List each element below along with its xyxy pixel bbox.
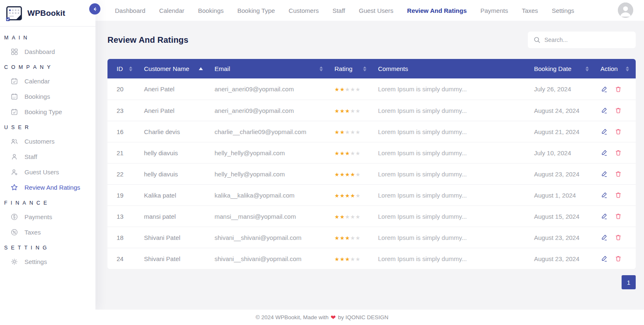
sidebar-section-setting: S E T T I N G bbox=[0, 240, 95, 254]
delete-button[interactable] bbox=[615, 128, 622, 135]
sidebar-item-customers[interactable]: Customers bbox=[0, 134, 95, 149]
page-title: Review And Ratings bbox=[107, 35, 188, 45]
footer-text-prefix: © 2024 WPBookit, Made with bbox=[256, 314, 329, 320]
edit-pen-icon bbox=[600, 170, 608, 178]
star-rating: ★★★★★ bbox=[334, 129, 361, 135]
column-label: Booking Date bbox=[534, 65, 571, 72]
cell-actions bbox=[595, 86, 636, 93]
edit-pen-icon bbox=[600, 213, 608, 220]
cell-actions bbox=[595, 191, 636, 199]
cell-customer-name: helly diavuis bbox=[139, 171, 210, 178]
delete-button[interactable] bbox=[615, 213, 622, 220]
sidebar-item-payments[interactable]: Payments bbox=[0, 209, 95, 225]
calendar-dots-icon bbox=[10, 93, 18, 100]
sidebar-header: WPBookit bbox=[0, 0, 95, 27]
edit-button[interactable] bbox=[600, 170, 608, 178]
topnav-item-settings[interactable]: Settings bbox=[552, 7, 574, 14]
delete-button[interactable] bbox=[615, 170, 622, 178]
sidebar-item-review-and-ratings[interactable]: Review And Ratings bbox=[0, 180, 95, 195]
cell-email: mansi__mansi@yopmail.com bbox=[210, 213, 329, 220]
table-row: 16Charlie devischarlie__charlie09@yopmai… bbox=[107, 121, 636, 142]
cell-rating: ★★★★★ bbox=[329, 149, 373, 156]
sidebar-item-staff[interactable]: Staff bbox=[0, 149, 95, 164]
cell-id: 16 bbox=[107, 128, 139, 135]
dollar-icon bbox=[10, 213, 18, 221]
footer-text-suffix: by IQONIC DESIGN bbox=[338, 314, 388, 320]
cell-customer-name: Shivani Patel bbox=[139, 255, 210, 262]
sidebar-item-booking-type[interactable]: Booking Type bbox=[0, 104, 95, 120]
delete-button[interactable] bbox=[615, 234, 622, 241]
topnav-item-taxes[interactable]: Taxes bbox=[522, 7, 538, 14]
topnav-item-dashboard[interactable]: Dashboard bbox=[115, 7, 145, 14]
sidebar-collapse-button[interactable] bbox=[89, 3, 100, 15]
search-icon bbox=[533, 36, 541, 44]
sidebar: WPBookit M A I NDashboardC O M P A N YCa… bbox=[0, 0, 95, 310]
cell-id: 24 bbox=[107, 255, 139, 262]
trash-icon bbox=[615, 128, 622, 135]
cell-booking-date: July 10, 2024 bbox=[529, 149, 595, 156]
cell-actions bbox=[595, 107, 636, 114]
sidebar-item-bookings[interactable]: Bookings bbox=[0, 89, 95, 104]
user-avatar[interactable] bbox=[618, 2, 633, 18]
column-header-rating[interactable]: Rating bbox=[329, 65, 373, 72]
column-header-action[interactable]: Action bbox=[595, 65, 636, 72]
cell-comments: Lorem Ipsum is simply dummy... bbox=[373, 171, 529, 178]
column-header-booking-date[interactable]: Booking Date bbox=[529, 65, 595, 72]
topnav-item-guest-users[interactable]: Guest Users bbox=[359, 7, 393, 14]
trash-icon bbox=[615, 170, 622, 178]
delete-button[interactable] bbox=[615, 255, 622, 262]
topnav-item-payments[interactable]: Payments bbox=[481, 7, 508, 14]
sidebar-item-label: Staff bbox=[24, 153, 37, 160]
sidebar-item-taxes[interactable]: Taxes bbox=[0, 225, 95, 240]
sidebar-item-calendar[interactable]: Calendar bbox=[0, 73, 95, 89]
trash-icon bbox=[615, 234, 622, 241]
topnav-item-review-and-ratings[interactable]: Review And Ratings bbox=[407, 7, 467, 14]
trash-icon bbox=[615, 86, 622, 93]
table-row: 20Aneri Patelaneri_aneri09@yopmail.com★★… bbox=[107, 78, 636, 100]
topnav-item-staff[interactable]: Staff bbox=[332, 7, 345, 14]
sidebar-item-dashboard[interactable]: Dashboard bbox=[0, 44, 95, 59]
sidebar-item-settings[interactable]: Settings bbox=[0, 254, 95, 269]
edit-button[interactable] bbox=[600, 213, 608, 220]
topnav: DashboardCalendarBookingsBooking TypeCus… bbox=[95, 0, 644, 21]
cell-customer-name: Aneri Patel bbox=[139, 86, 210, 93]
cell-comments: Lorem Ipsum is simply dummy... bbox=[373, 86, 529, 93]
edit-button[interactable] bbox=[600, 107, 608, 114]
pagination-page-1-button[interactable]: 1 bbox=[622, 275, 636, 289]
edit-button[interactable] bbox=[600, 255, 608, 262]
edit-button[interactable] bbox=[600, 149, 608, 156]
edit-button[interactable] bbox=[600, 128, 608, 135]
topnav-item-booking-type[interactable]: Booking Type bbox=[237, 7, 275, 14]
sidebar-item-label: Taxes bbox=[24, 229, 41, 236]
brand-logo-icon bbox=[5, 4, 23, 22]
column-label: Rating bbox=[334, 65, 352, 72]
search-input[interactable] bbox=[544, 37, 630, 43]
edit-pen-icon bbox=[600, 86, 608, 93]
cell-id: 20 bbox=[107, 86, 139, 93]
column-header-id[interactable]: ID bbox=[107, 65, 139, 72]
edit-button[interactable] bbox=[600, 191, 608, 199]
sidebar-nav: M A I NDashboardC O M P A N YCalendarBoo… bbox=[0, 27, 95, 269]
delete-button[interactable] bbox=[615, 149, 622, 156]
topnav-item-calendar[interactable]: Calendar bbox=[159, 7, 184, 14]
topnav-item-customers[interactable]: Customers bbox=[289, 7, 319, 14]
column-header-customer-name[interactable]: Customer Name bbox=[139, 65, 210, 72]
edit-button[interactable] bbox=[600, 234, 608, 241]
delete-button[interactable] bbox=[615, 86, 622, 93]
column-label: ID bbox=[117, 65, 123, 72]
star-rating: ★★★★★ bbox=[334, 256, 361, 262]
column-header-email[interactable]: Email bbox=[210, 65, 329, 72]
topnav-item-bookings[interactable]: Bookings bbox=[198, 7, 224, 14]
cell-booking-date: August 15, 2024 bbox=[529, 213, 595, 220]
cell-comments: Lorem Ipsum is simply dummy... bbox=[373, 234, 529, 241]
delete-button[interactable] bbox=[615, 191, 622, 199]
cell-actions bbox=[595, 255, 636, 262]
cell-email: charlie__charlie09@yopmail.com bbox=[210, 128, 329, 135]
column-label: Customer Name bbox=[144, 65, 189, 72]
sidebar-item-guest-users[interactable]: Guest Users bbox=[0, 164, 95, 180]
delete-button[interactable] bbox=[615, 107, 622, 114]
avatar-person-icon bbox=[618, 2, 633, 18]
pagination: 1 bbox=[107, 275, 636, 289]
edit-pen-icon bbox=[600, 191, 608, 199]
edit-button[interactable] bbox=[600, 86, 608, 93]
